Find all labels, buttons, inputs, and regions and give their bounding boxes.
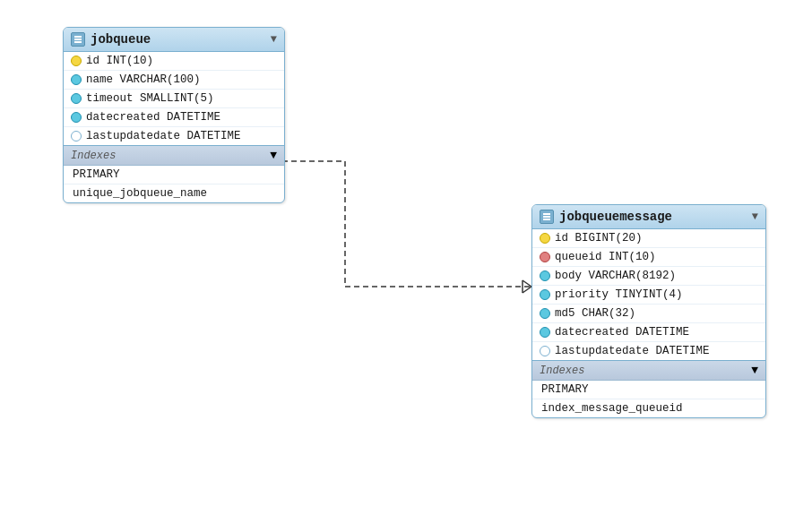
svg-line-4: [523, 280, 531, 287]
field-name: lastupdatedate DATETIME: [555, 345, 710, 357]
table-title-jobqueuemessage: jobqueuemessage: [559, 210, 747, 224]
indexed-icon: [71, 93, 82, 104]
table-jobqueue[interactable]: jobqueue ▼ id INT(10) name VARCHAR(100) …: [63, 27, 285, 203]
index-row: index_message_queueid: [532, 399, 765, 417]
svg-line-5: [523, 287, 531, 293]
indexes-dropdown-icon[interactable]: ▼: [270, 149, 277, 162]
field-row: datecreated DATETIME: [532, 323, 765, 342]
indexes-header-jobqueuemessage[interactable]: Indexes ▼: [532, 360, 765, 381]
field-name: name VARCHAR(100): [86, 73, 201, 86]
nullable-icon: [71, 131, 82, 142]
field-name: datecreated DATETIME: [555, 326, 689, 339]
table-icon-jobqueuemessage: [540, 210, 554, 224]
table-body-jobqueue: id INT(10) name VARCHAR(100) timeout SMA…: [64, 52, 284, 145]
primary-key-icon: [540, 233, 550, 244]
dropdown-icon-jobqueue[interactable]: ▼: [271, 33, 277, 46]
index-row: PRIMARY: [64, 166, 284, 184]
index-row: PRIMARY: [532, 381, 765, 399]
index-row: unique_jobqueue_name: [64, 184, 284, 202]
nullable-icon: [540, 346, 550, 356]
table-jobqueuemessage[interactable]: jobqueuemessage ▼ id BIGINT(20) queueid …: [531, 204, 766, 418]
table-header-jobqueue: jobqueue ▼: [64, 28, 284, 52]
indexes-dropdown-icon[interactable]: ▼: [751, 364, 758, 377]
field-row: priority TINYINT(4): [532, 286, 765, 305]
field-row: body VARCHAR(8192): [532, 267, 765, 286]
field-row: id BIGINT(20): [532, 229, 765, 248]
field-name: lastupdatedate DATETIME: [86, 130, 241, 142]
indexed-icon: [71, 74, 82, 85]
indexed-icon: [540, 327, 550, 338]
field-name: queueid INT(10): [555, 251, 656, 263]
field-row: datecreated DATETIME: [64, 108, 284, 127]
diagram-canvas: jobqueue ▼ id INT(10) name VARCHAR(100) …: [0, 0, 812, 532]
indexed-icon: [540, 289, 550, 300]
field-name: body VARCHAR(8192): [555, 270, 676, 282]
field-row: name VARCHAR(100): [64, 71, 284, 90]
field-row: lastupdatedate DATETIME: [532, 342, 765, 360]
field-name: datecreated DATETIME: [86, 111, 220, 124]
indexes-label-jobqueuemessage: Indexes: [540, 365, 746, 377]
field-row: md5 CHAR(32): [532, 305, 765, 323]
field-name: priority TINYINT(4): [555, 288, 683, 301]
field-name: timeout SMALLINT(5): [86, 92, 214, 105]
table-header-jobqueuemessage: jobqueuemessage ▼: [532, 205, 765, 229]
dropdown-icon-jobqueuemessage[interactable]: ▼: [752, 210, 758, 223]
field-row: lastupdatedate DATETIME: [64, 127, 284, 145]
indexed-icon: [540, 308, 550, 319]
table-icon-jobqueue: [71, 32, 85, 47]
indexed-icon: [540, 270, 550, 281]
field-name: id BIGINT(20): [555, 232, 643, 245]
table-title-jobqueue: jobqueue: [91, 32, 265, 47]
indexes-header-jobqueue[interactable]: Indexes ▼: [64, 145, 284, 166]
foreign-key-icon: [540, 252, 550, 262]
field-row: id INT(10): [64, 52, 284, 71]
field-name: id INT(10): [86, 55, 153, 67]
indexes-label-jobqueue: Indexes: [71, 150, 264, 162]
indexed-icon: [71, 112, 82, 123]
field-name: md5 CHAR(32): [555, 307, 635, 320]
field-row: queueid INT(10): [532, 248, 765, 267]
primary-key-icon: [71, 56, 82, 66]
field-row: timeout SMALLINT(5): [64, 90, 284, 108]
table-body-jobqueuemessage: id BIGINT(20) queueid INT(10) body VARCH…: [532, 229, 765, 360]
